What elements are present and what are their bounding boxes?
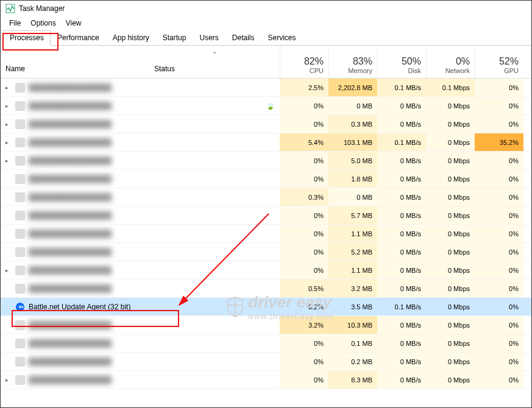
process-name-cell: ▸████████████████ [1, 97, 149, 114]
col-header-cpu[interactable]: 82%CPU [280, 46, 328, 78]
memory-cell: 1.8 MB [328, 170, 377, 188]
memory-cell: 0.2 MB [328, 353, 377, 370]
col-header-memory[interactable]: 83%Memory [328, 46, 377, 78]
network-cell: 0.1 Mbps [426, 79, 475, 96]
leaf-icon: 🍃 [266, 102, 275, 110]
expand-icon[interactable]: ▸ [5, 103, 12, 109]
process-name-cell: ▸████████████████ [1, 79, 149, 96]
col-header-name[interactable]: Name [1, 46, 149, 78]
tab-performance[interactable]: Performance [51, 30, 106, 46]
gpu-cell: 35.2% [475, 133, 523, 151]
cpu-cell: 0% [280, 225, 328, 242]
network-cell: 0 Mbps [426, 261, 475, 279]
disk-cell: 0 MB/s [377, 316, 426, 334]
process-icon [15, 83, 25, 93]
menu-file[interactable]: File [4, 18, 26, 29]
process-name: ████████████████ [29, 284, 112, 293]
col-header-network[interactable]: 0%Network [426, 46, 475, 78]
memory-cell: 0.1 MB [328, 334, 377, 352]
expand-icon[interactable]: ▸ [5, 139, 12, 146]
process-name: ████████████████ [29, 83, 112, 92]
network-cell: 0 Mbps [426, 206, 475, 224]
gpu-cell: 0% [475, 334, 523, 352]
process-name-cell: ████████████████ [1, 316, 149, 334]
process-row[interactable]: ████████████████3.2%10.3 MB0 MB/s0 Mbps0… [1, 316, 531, 334]
cpu-cell: 5.4% [280, 133, 328, 151]
process-name-cell: ▸████████████████ [1, 371, 149, 389]
process-row[interactable]: ████████████████0%0.2 MB0 MB/s0 Mbps0% [1, 353, 531, 371]
tab-users[interactable]: Users [193, 30, 225, 46]
gpu-cell: 0% [475, 79, 523, 96]
memory-cell: 3.2 MB [328, 280, 377, 297]
expand-icon[interactable]: ▸ [5, 377, 12, 383]
disk-cell: 0 MB/s [377, 152, 426, 169]
process-name: ████████████████ [29, 248, 112, 256]
network-cell: 0 Mbps [426, 152, 475, 169]
menu-view[interactable]: View [61, 18, 87, 29]
cpu-cell: 0% [280, 206, 328, 224]
network-cell: 0 Mbps [426, 188, 475, 206]
process-name-cell: ████████████████ [1, 334, 149, 352]
expand-icon[interactable]: ▸ [5, 121, 12, 127]
process-name-cell: ▸████████████████ [1, 133, 149, 151]
process-name: ████████████████ [29, 138, 112, 147]
process-icon [15, 119, 25, 129]
memory-cell: 0 MB [328, 188, 377, 206]
process-icon [15, 174, 25, 184]
network-cell: 0 Mbps [426, 334, 475, 352]
status-cell [149, 261, 280, 279]
tab-details[interactable]: Details [225, 30, 261, 46]
process-row[interactable]: ▸████████████████0%5.0 MB0 MB/s0 Mbps0% [1, 152, 531, 170]
col-header-status[interactable]: ⌄ Status [149, 46, 280, 78]
process-row[interactable]: ████████████████0%5.7 MB0 MB/s0 Mbps0% [1, 206, 531, 225]
process-row[interactable]: ▸████████████████5.4%103.1 MB0.1 MB/s0 M… [1, 133, 531, 152]
tab-app-history[interactable]: App history [106, 30, 156, 46]
process-row[interactable]: ████████████████0.5%3.2 MB0 MB/s0 Mbps0% [1, 280, 531, 298]
process-row[interactable]: ████████████████0%5.2 MB0 MB/s0 Mbps0% [1, 243, 531, 261]
process-row[interactable]: ████████████████0%0.1 MB0 MB/s0 Mbps0% [1, 334, 531, 353]
gpu-cell: 0% [475, 188, 523, 206]
process-row[interactable]: ▸████████████████0%8.3 MB0 MB/s0 Mbps0% [1, 371, 531, 389]
process-icon [15, 229, 25, 239]
process-row[interactable]: ████████████████0%1.8 MB0 MB/s0 Mbps0% [1, 170, 531, 188]
disk-cell: 0 MB/s [377, 225, 426, 242]
process-icon [15, 357, 25, 367]
tab-processes[interactable]: Processes [3, 30, 51, 46]
menu-options[interactable]: Options [26, 18, 60, 29]
expand-icon[interactable]: ▸ [5, 158, 12, 164]
process-list[interactable]: ▸████████████████2.5%2,202.8 MB0.1 MB/s0… [1, 79, 531, 389]
col-header-gpu[interactable]: 52%GPU [475, 46, 523, 78]
process-row[interactable]: ▸████████████████0%0.3 MB0 MB/s0 Mbps0% [1, 115, 531, 133]
status-cell [149, 280, 280, 297]
tab-services[interactable]: Services [261, 30, 303, 46]
process-row[interactable]: ▸████████████████0%1.1 MB0 MB/s0 Mbps0% [1, 261, 531, 280]
cpu-cell: 0% [280, 334, 328, 352]
memory-cell: 5.0 MB [328, 152, 377, 169]
process-row[interactable]: ▸████████████████2.5%2,202.8 MB0.1 MB/s0… [1, 79, 531, 97]
memory-cell: 0 MB [328, 97, 377, 114]
process-name: ████████████████ [29, 157, 112, 165]
gpu-cell: 0% [475, 115, 523, 133]
expand-icon[interactable]: ▸ [5, 85, 12, 91]
process-row[interactable]: ████████████████0.3%0 MB0 MB/s0 Mbps0% [1, 188, 531, 206]
process-icon [15, 375, 25, 385]
process-row[interactable]: ▸████████████████🍃0%0 MB0 MB/s0 Mbps0% [1, 97, 531, 115]
process-icon [15, 320, 25, 330]
disk-cell: 0.1 MB/s [377, 133, 426, 151]
cpu-cell: 2.5% [280, 79, 328, 96]
col-header-disk[interactable]: 50%Disk [377, 46, 426, 78]
cpu-cell: 3.2% [280, 316, 328, 334]
expand-icon[interactable]: ▸ [5, 267, 12, 273]
tabbar: Processes Performance App history Startu… [1, 30, 531, 46]
process-name-cell: ████████████████ [1, 353, 149, 370]
process-name-cell: ████████████████ [1, 170, 149, 188]
process-row[interactable]: ████████████████0%1.1 MB0 MB/s0 Mbps0% [1, 225, 531, 243]
process-name: ████████████████ [29, 211, 112, 220]
tab-startup[interactable]: Startup [156, 30, 193, 46]
process-name: Battle.net Update Agent (32 bit) [29, 303, 130, 311]
gpu-cell: 0% [475, 225, 523, 242]
process-row[interactable]: Battle.net Update Agent (32 bit)0.2%3.5 … [1, 298, 531, 316]
memory-cell: 5.7 MB [328, 206, 377, 224]
process-icon [15, 247, 25, 257]
process-name: ████████████████ [29, 175, 112, 183]
